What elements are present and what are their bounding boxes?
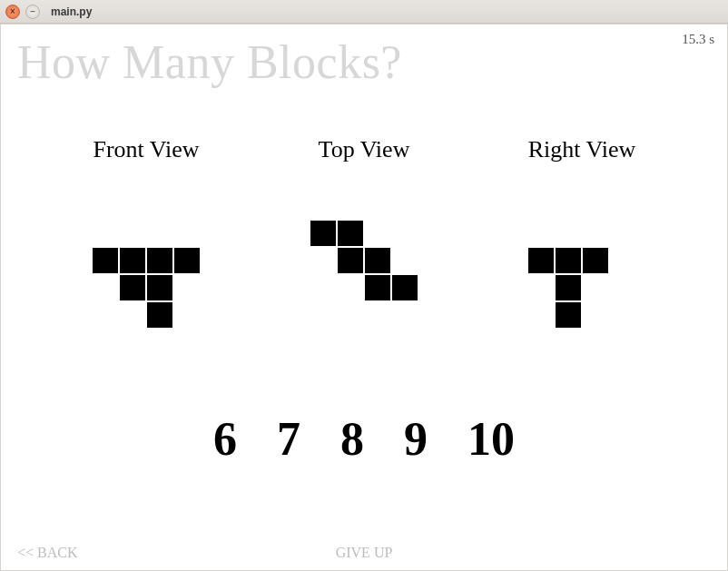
- block-cell: [555, 301, 582, 329]
- block-cell: [146, 274, 173, 301]
- block-cell: [92, 247, 119, 274]
- view-right: Right View: [482, 136, 682, 356]
- game-canvas: How Many Blocks? 15.3 s Front View Top V…: [0, 24, 728, 571]
- block-cell: [337, 247, 364, 274]
- view-label: Top View: [264, 136, 464, 163]
- block-cell: [146, 247, 173, 274]
- block-cell: [364, 274, 391, 301]
- block-cell: [119, 247, 146, 274]
- view-label: Front View: [46, 136, 246, 163]
- answer-option[interactable]: 6: [213, 412, 237, 466]
- views-row: Front View Top View Right View: [1, 136, 727, 356]
- answer-option[interactable]: 10: [467, 412, 515, 466]
- block-cell: [555, 247, 582, 274]
- right-grid: [500, 220, 664, 356]
- block-cell: [173, 247, 201, 274]
- front-grid: [64, 220, 228, 356]
- block-cell: [310, 220, 337, 247]
- block-cell: [146, 301, 173, 329]
- answer-option[interactable]: 7: [277, 412, 300, 466]
- window-titlebar: × – main.py: [0, 0, 728, 24]
- block-cell: [527, 247, 555, 274]
- block-cell: [119, 274, 146, 301]
- block-cell: [391, 274, 418, 301]
- giveup-button[interactable]: GIVE UP: [336, 545, 393, 561]
- answers-row: 6 7 8 9 10: [1, 412, 727, 466]
- view-label: Right View: [482, 136, 682, 163]
- block-cell: [364, 247, 391, 274]
- footer-bar: << BACK GIVE UP: [1, 545, 727, 561]
- window-title: main.py: [51, 5, 92, 18]
- block-cell: [582, 247, 609, 274]
- view-top: Top View: [264, 136, 464, 356]
- question-title: How Many Blocks?: [1, 25, 727, 89]
- minimize-icon[interactable]: –: [25, 5, 40, 19]
- back-button[interactable]: << BACK: [17, 545, 78, 561]
- block-cell: [555, 274, 582, 301]
- timer-display: 15.3 s: [682, 32, 714, 47]
- answer-option[interactable]: 9: [404, 412, 428, 466]
- top-grid: [282, 220, 446, 356]
- close-icon[interactable]: ×: [5, 5, 20, 19]
- block-cell: [337, 220, 364, 247]
- view-front: Front View: [46, 136, 246, 356]
- answer-option[interactable]: 8: [340, 412, 364, 466]
